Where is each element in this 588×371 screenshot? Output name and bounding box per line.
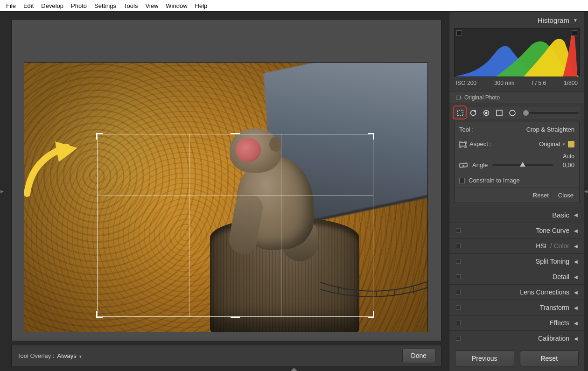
crop-grid-line xyxy=(98,195,373,196)
photo-metadata: ISO 200 300 mm f / 5,6 1/800 xyxy=(449,77,584,91)
panel-toggle-icon[interactable] xyxy=(456,228,461,233)
chevron-right-icon: ▶ xyxy=(0,189,4,194)
crop-panel: Tool : Crop & Straighten Aspect : Origin… xyxy=(454,122,580,203)
menu-edit[interactable]: Edit xyxy=(20,1,37,11)
crop-handle-tr[interactable] xyxy=(368,133,374,140)
reset-button[interactable]: Reset xyxy=(520,350,579,366)
crop-handle-bl[interactable] xyxy=(96,311,103,318)
crop-tool-button[interactable] xyxy=(455,108,465,118)
canvas-toolbar: Tool Overlay : Always ▾ Done xyxy=(11,345,441,366)
right-panel-collapse[interactable]: ◀ xyxy=(584,12,588,371)
chevron-left-icon: ◀ xyxy=(574,244,578,249)
menu-develop[interactable]: Develop xyxy=(38,1,67,11)
level-icon[interactable] xyxy=(459,162,468,168)
right-panel: Histogram ▼ ISO 200 300 mm f / 5,6 1/800 xyxy=(449,12,584,371)
panel-title: HSL / Color xyxy=(536,242,569,250)
menu-photo[interactable]: Photo xyxy=(68,1,90,11)
meta-iso: ISO 200 xyxy=(456,80,476,86)
crop-handle-br[interactable] xyxy=(368,311,374,318)
gradient-tool-button[interactable] xyxy=(494,108,504,118)
panel-toggle-icon[interactable] xyxy=(456,321,461,325)
panel-toggle-icon[interactable] xyxy=(456,274,461,279)
photo[interactable] xyxy=(24,63,428,332)
checkbox-icon[interactable] xyxy=(459,178,465,183)
chevron-down-icon: ▾ xyxy=(78,354,82,359)
tool-overlay-value: Always xyxy=(57,352,76,359)
chevron-down-icon: ▾ xyxy=(563,142,565,147)
constrain-checkbox-row[interactable]: Constrain to Image xyxy=(455,173,579,188)
panel-transform[interactable]: Transform◀ xyxy=(449,300,584,315)
panel-toggle-icon[interactable] xyxy=(456,305,461,310)
angle-label: Angle xyxy=(472,161,488,168)
meta-aperture: f / 5,6 xyxy=(532,80,546,86)
tool-strip xyxy=(454,107,580,119)
panel-toggle-icon[interactable] xyxy=(456,336,461,341)
radial-tool-button[interactable] xyxy=(507,108,518,118)
chevron-left-icon: ◀ xyxy=(574,336,578,341)
panel-title: Basic xyxy=(552,211,569,219)
menu-view[interactable]: View xyxy=(142,1,161,11)
rectangle-icon xyxy=(456,96,461,99)
svg-point-9 xyxy=(485,112,488,114)
panel-toggle-icon[interactable] xyxy=(456,259,461,264)
panel-basic[interactable]: Basic◀ xyxy=(449,207,584,223)
tool-overlay-label: Tool Overlay : xyxy=(17,352,54,359)
clipping-highlights-icon[interactable] xyxy=(572,30,577,36)
angle-auto-button[interactable]: Auto xyxy=(563,153,574,160)
previous-button[interactable]: Previous xyxy=(455,350,514,366)
svg-point-7 xyxy=(474,110,476,112)
lock-icon[interactable] xyxy=(568,141,574,147)
angle-slider[interactable] xyxy=(492,164,553,166)
aspect-value: Original xyxy=(539,140,560,147)
redeye-tool-button[interactable] xyxy=(481,108,491,118)
menu-help[interactable]: Help xyxy=(192,1,211,11)
panel-toggle-icon[interactable] xyxy=(456,290,461,294)
histogram-header[interactable]: Histogram ▼ xyxy=(449,12,584,28)
original-photo-toggle[interactable]: Original Photo xyxy=(449,91,584,104)
chevron-left-icon: ◀ xyxy=(574,274,578,280)
slider-knob[interactable] xyxy=(520,162,525,167)
crop-overlay[interactable] xyxy=(97,134,373,317)
panel-title: Lens Corrections xyxy=(520,288,569,296)
panel-calibration[interactable]: Calibration◀ xyxy=(449,330,584,346)
panel-detail[interactable]: Detail◀ xyxy=(449,269,584,284)
crop-reset-button[interactable]: Reset xyxy=(533,192,549,199)
panel-hsl-color[interactable]: HSL / Color◀ xyxy=(449,238,584,253)
canvas[interactable] xyxy=(11,19,441,341)
histogram-title: Histogram xyxy=(538,16,569,24)
menu-bar: File Edit Develop Photo Settings Tools V… xyxy=(0,0,588,11)
original-photo-label: Original Photo xyxy=(464,94,500,101)
panel-tone-curve[interactable]: Tone Curve◀ xyxy=(449,223,584,238)
menu-tools[interactable]: Tools xyxy=(120,1,141,11)
panel-lens-corrections[interactable]: Lens Corrections◀ xyxy=(449,284,584,300)
crop-handle-top[interactable] xyxy=(231,133,240,134)
canvas-wrap: Tool Overlay : Always ▾ Done xyxy=(4,12,449,371)
left-panel-collapse[interactable]: ▶ xyxy=(0,12,4,371)
crop-handle-tl[interactable] xyxy=(96,133,103,140)
tool-label: Tool : xyxy=(459,126,474,133)
crop-handle-bottom[interactable] xyxy=(231,316,240,318)
aspect-label: Aspect : xyxy=(469,140,491,147)
brush-size-slider[interactable] xyxy=(522,112,579,114)
panel-split-toning[interactable]: Split Toning◀ xyxy=(449,253,584,269)
chevron-left-icon: ◀ xyxy=(574,228,578,233)
histogram[interactable] xyxy=(454,28,580,77)
slider-knob[interactable] xyxy=(523,110,529,116)
done-button[interactable]: Done xyxy=(402,348,435,363)
panel-toggle-icon[interactable] xyxy=(456,244,461,248)
menu-window[interactable]: Window xyxy=(162,1,190,11)
panel-title: Transform xyxy=(540,304,569,311)
panel-effects[interactable]: Effects◀ xyxy=(449,315,584,330)
tool-overlay-dropdown[interactable]: Always ▾ xyxy=(57,352,81,359)
svg-rect-10 xyxy=(497,110,502,116)
spot-tool-button[interactable] xyxy=(468,108,478,118)
menu-file[interactable]: File xyxy=(3,1,19,11)
menu-settings[interactable]: Settings xyxy=(91,1,119,11)
filmstrip-expand-icon[interactable] xyxy=(291,368,297,371)
clipping-shadows-icon[interactable] xyxy=(456,30,462,36)
app-frame: ▶ xyxy=(0,11,588,371)
constrain-label: Constrain to Image xyxy=(469,177,520,184)
crop-close-button[interactable]: Close xyxy=(558,192,574,199)
panel-title: Split Toning xyxy=(536,258,569,265)
aspect-dropdown[interactable]: Original ▾ xyxy=(539,140,574,147)
